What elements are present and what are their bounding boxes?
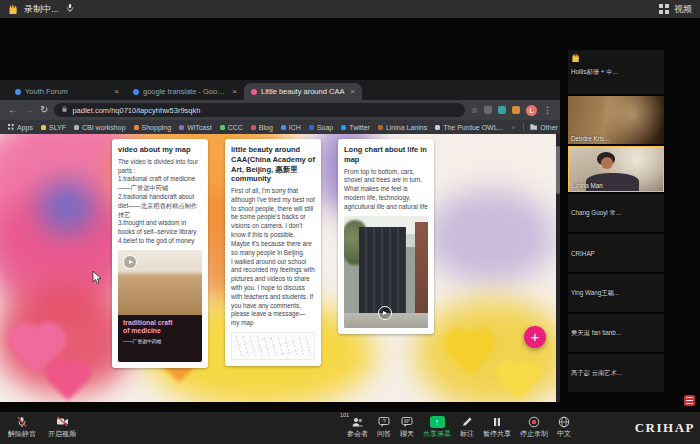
bookmarks-overflow-icon[interactable]: » [511, 124, 515, 131]
bookmark-favicon [251, 125, 256, 130]
reload-icon[interactable]: ↻ [40, 105, 48, 115]
tab-close-icon[interactable]: × [114, 87, 119, 96]
back-icon[interactable]: ← [8, 105, 18, 115]
bookmark-favicon [378, 125, 383, 130]
extension-icon[interactable] [512, 106, 520, 114]
play-button-icon[interactable] [378, 306, 392, 320]
padlet-post-video-about-my-map[interactable]: video about my map The video is divided … [112, 139, 208, 368]
video-caption: of medicine [123, 327, 197, 335]
participants-icon: 101 [351, 415, 364, 428]
unmute-button[interactable]: 解除静音 [8, 415, 36, 439]
video-view-label: 视频 [674, 3, 692, 16]
post-body: First of all, I'm sorry that although I'… [231, 187, 315, 328]
pause-share-label: 暂停共享 [483, 429, 511, 439]
bg-blob [40, 182, 94, 232]
url-text: padlet.com/hq0710/lapcyhhw53r9sqkh [72, 106, 200, 115]
bookmark-item[interactable]: SLYF [41, 124, 66, 131]
other-bookmarks-button[interactable]: Other Bookmarks [530, 124, 560, 131]
raised-hand-icon [571, 53, 580, 62]
bookmark-item[interactable]: Twitter [341, 124, 370, 131]
bookmark-item[interactable]: ICH [281, 124, 301, 131]
video-thumbnail[interactable] [344, 216, 428, 328]
bookmark-item[interactable]: The Purdue OWL... [435, 124, 503, 131]
participant-tile-fan[interactable]: 樊天淑 fan tianb... [568, 314, 664, 352]
participant-tile-crihap[interactable]: CRIHAP [568, 234, 664, 272]
participant-tile-hollis[interactable]: Hollis郝倩 + 中... [568, 50, 664, 94]
padlet-scrollbar[interactable] [556, 134, 560, 402]
tab-google-translate[interactable]: google translate - Google Sea × [126, 83, 244, 100]
pause-share-button[interactable]: 暂停共享 [483, 415, 511, 439]
bookmark-favicon [281, 125, 286, 130]
participant-tile-gao[interactable]: 高子宓 云南艺术... [568, 354, 664, 392]
participant-name: CRIHAP [571, 250, 595, 257]
padlet-add-post-button[interactable]: + [524, 326, 546, 348]
interpretation-button[interactable]: 中文 [557, 415, 571, 439]
extension-icon[interactable] [484, 106, 492, 114]
extension-icon[interactable] [498, 106, 506, 114]
post-body: From top to bottom, cars, shovel and tre… [344, 168, 428, 212]
bookmark-item[interactable]: Shopping [134, 124, 172, 131]
padlet-board: video about my map The video is divided … [0, 134, 560, 402]
profile-avatar[interactable]: L [526, 105, 537, 116]
scrollbar-thumb[interactable] [556, 146, 560, 194]
tab-favicon [251, 89, 257, 95]
bookmark-item[interactable]: CCC [220, 124, 243, 131]
participants-label: 参会者 [347, 429, 368, 439]
participant-name: 樊天淑 fan tianb... [571, 329, 621, 338]
bookmark-item[interactable]: Blog [251, 124, 273, 131]
participant-tile-deirdre[interactable]: Deirdre Kris... [568, 96, 664, 144]
qa-button[interactable]: ? 问答 [377, 415, 391, 439]
address-bar[interactable]: padlet.com/hq0710/lapcyhhw53r9sqkh [54, 103, 464, 117]
stop-record-label: 停止录制 [520, 429, 548, 439]
stop-record-icon [528, 415, 540, 428]
annotate-label: 标注 [460, 429, 474, 439]
tab-title: Little beauty around CAA [261, 87, 346, 96]
play-button-icon[interactable] [123, 255, 137, 269]
recording-status: 录制中... [24, 3, 59, 16]
svg-text:?: ? [382, 417, 386, 423]
participant-name: Ying Wang王颖... [571, 289, 619, 298]
map-sketch-image[interactable] [231, 332, 315, 360]
tab-close-icon[interactable]: × [350, 87, 355, 96]
start-video-button[interactable]: 开启视频 [48, 415, 76, 439]
tab-little-beauty-active[interactable]: Little beauty around CAA × [244, 83, 362, 100]
participant-name: Chang Guoyi 常... [571, 209, 621, 218]
padlet-post-long-chart[interactable]: Long chart about life in map From top to… [338, 139, 434, 334]
forward-icon[interactable]: → [24, 105, 34, 115]
participants-button[interactable]: 101 参会者 [347, 415, 368, 439]
tab-strip: Youth Forum × google translate - Google … [0, 80, 560, 100]
microphone-icon [65, 3, 75, 15]
bookmark-favicon [435, 125, 440, 130]
annotate-button[interactable]: 标注 [460, 415, 474, 439]
bookmark-item[interactable]: WiTcast [179, 124, 212, 131]
post-title: little beauty around CAA(China Academy o… [231, 145, 315, 184]
chat-label: 聊天 [400, 429, 414, 439]
participant-tile-ying-wang[interactable]: Ying Wang王颖... [568, 274, 664, 312]
chat-button[interactable]: 聊天 [400, 415, 414, 439]
building-entrance [359, 227, 406, 314]
bookmark-star-icon[interactable]: ☆ [471, 106, 478, 115]
bookmark-favicon [341, 125, 346, 130]
stop-record-button[interactable]: 停止录制 [520, 415, 548, 439]
browser-toolbar: ← → ↻ padlet.com/hq0710/lapcyhhw53r9sqkh… [0, 100, 560, 120]
share-screen-button[interactable]: ↑ 共享屏幕 [423, 415, 451, 439]
participant-tile-linina-active-speaker[interactable]: Linina Man [568, 146, 664, 192]
participant-tile-chang[interactable]: Chang Guoyi 常... [568, 194, 664, 232]
bookmark-item[interactable]: Soap [309, 124, 333, 131]
video-thumbnail[interactable]: traditional craft of medicine ——广誉远中药铺 [118, 250, 202, 362]
post-title: video about my map [118, 145, 202, 155]
qa-icon: ? [378, 415, 390, 428]
browser-menu-icon[interactable]: ⋮ [543, 105, 552, 115]
qa-label: 问答 [377, 429, 391, 439]
padlet-post-little-beauty[interactable]: little beauty around CAA(China Academy o… [225, 139, 321, 366]
tab-close-icon[interactable]: × [232, 87, 237, 96]
camera-off-icon [56, 415, 69, 428]
bookmark-item[interactable]: Linina Lanins [378, 124, 427, 131]
bookmark-item[interactable]: CBI workshop [74, 124, 126, 131]
bg-blob [425, 189, 555, 284]
participant-name: 高子宓 云南艺术... [571, 369, 622, 378]
tab-youth-forum[interactable]: Youth Forum × [8, 83, 126, 100]
tab-title: google translate - Google Sea [143, 87, 228, 96]
video-view-button[interactable]: 视频 [659, 3, 692, 16]
bookmark-item-apps[interactable]: Apps [8, 124, 33, 131]
